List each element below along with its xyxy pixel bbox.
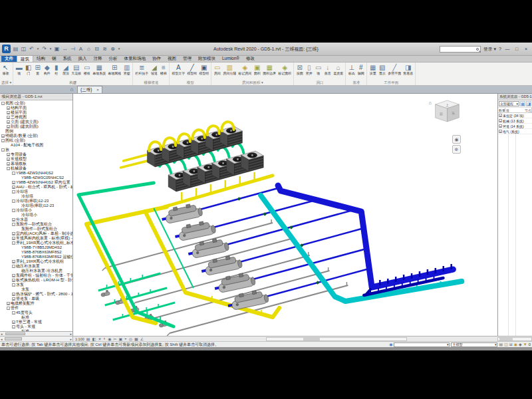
sun-path-icon[interactable]: ☀: [98, 336, 101, 341]
tree-expander-icon[interactable]: +: [499, 114, 502, 117]
ribbon-button[interactable]: ▣ 面积: [253, 63, 261, 76]
tree-item[interactable]: - 族: [0, 148, 72, 152]
tree-item[interactable]: - 机械设备: [0, 166, 72, 171]
ribbon-tab[interactable]: 钢: [49, 55, 60, 62]
tree-item[interactable]: Y98B-4ZW3C05NHCS2: [0, 176, 72, 180]
default-3d-view-icon[interactable]: ⌂: [86, 45, 92, 53]
shadows-icon[interactable]: ◐: [104, 336, 106, 341]
filter-icon[interactable]: ▼: [523, 342, 527, 347]
tree-item[interactable]: - 冷却塔小: [0, 208, 72, 213]
tree-expander-icon[interactable]: +: [12, 232, 15, 235]
scale-button[interactable]: 1:100: [75, 337, 84, 341]
measure-icon[interactable]: ↔: [62, 45, 68, 53]
tree-item[interactable]: - 管件: [0, 306, 72, 311]
tree-item[interactable]: + 室内机(ACK)风柜 - 单相 - 制冷进水接口带回显: [0, 231, 72, 236]
ribbon-button[interactable]: ▬ 墙: [15, 63, 23, 76]
ribbon-button[interactable]: ▦ 面积边界: [262, 63, 277, 76]
render-icon[interactable]: ◉: [108, 336, 111, 341]
signin-button[interactable]: 登录 ▾: [483, 46, 496, 53]
ribbon-button[interactable]: ◈ 标记面积: [277, 63, 292, 76]
column-header[interactable]: 数量: [498, 108, 505, 112]
undo-icon[interactable]: ↶: [29, 45, 35, 53]
tree-item[interactable]: A104 - 配电干线图: [0, 143, 72, 148]
tree-item[interactable]: + 幕墙嵌板: [0, 162, 72, 166]
ribbon-button[interactable]: ⌂ 老虎窗: [332, 63, 344, 76]
select-pinned-icon[interactable]: ◉: [514, 342, 517, 347]
open-icon[interactable]: ▤: [13, 45, 19, 53]
tree-item[interactable]: + 开利_19XR离心式冷水机组: [0, 259, 72, 264]
temporary-hide-icon[interactable]: ◒: [124, 336, 127, 341]
ribbon-tab[interactable]: 协作: [149, 55, 164, 62]
tree-item[interactable]: - 45度弯头: [0, 311, 72, 315]
detail-level-icon[interactable]: ▤: [86, 336, 90, 341]
tree-expander-icon[interactable]: -: [12, 190, 15, 194]
redo-icon[interactable]: ↷: [41, 45, 47, 53]
tree-item[interactable]: - 开利_19XR离心式冷水机组_标准配置: [0, 241, 72, 245]
system-browser-title[interactable]: 系统浏览器 - GD5-1.rvt: [499, 94, 532, 99]
tree-expander-icon[interactable]: +: [7, 153, 10, 156]
column-settings-icon[interactable]: ◨: [526, 101, 531, 106]
column-header[interactable]: 值: [505, 108, 524, 112]
tree-expander-icon[interactable]: +: [7, 162, 10, 166]
close-hidden-windows-icon[interactable]: ⊗: [110, 45, 116, 53]
tree-expander-icon[interactable]: +: [499, 124, 502, 128]
ribbon-button[interactable]: A 模型文字: [171, 63, 186, 76]
tree-expander-icon[interactable]: -: [1, 102, 5, 105]
ribbon-tab[interactable]: Lumion®: [219, 55, 243, 62]
redo-caret-icon[interactable]: ▾: [49, 45, 52, 53]
tree-expander-icon[interactable]: -: [12, 241, 15, 245]
ribbon-button[interactable]: ◢ 坡道: [150, 63, 158, 76]
tree-expander-icon[interactable]: +: [7, 111, 10, 114]
tree-expander-icon[interactable]: +: [499, 119, 502, 122]
scrollbar-thumb[interactable]: [5, 332, 25, 335]
view-settings-icon[interactable]: ▦: [520, 101, 525, 106]
constraints-icon[interactable]: ∠: [140, 336, 144, 341]
tree-item[interactable]: - 视图 (全部): [0, 101, 72, 106]
ribbon-button[interactable]: ⊞ 幕墙网格: [107, 63, 122, 76]
tree-item[interactable]: - 冷却塔(串联)12-23: [0, 199, 72, 203]
tree-item[interactable]: + 结构平面: [0, 106, 72, 110]
tree-item[interactable]: + 板式换热机组 - LROM-H 型 - 卧式 - 100-375-C: [0, 278, 72, 283]
revit-logo[interactable]: R: [2, 45, 11, 53]
project-browser-hscrollbar[interactable]: ◂ ▸: [0, 331, 72, 336]
ribbon-button[interactable]: ▥ 房间分隔: [222, 63, 237, 76]
ribbon-tab[interactable]: 附加模块: [195, 55, 219, 62]
temporary-view-properties-icon[interactable]: ▦: [134, 336, 138, 341]
ribbon-button[interactable]: # 轴网: [356, 63, 365, 76]
tree-expander-icon[interactable]: -: [7, 307, 10, 310]
tree-item[interactable]: + Y98B-4ZW3(NH4)S2 双向位置: [0, 180, 72, 185]
tree-expander-icon[interactable]: +: [12, 186, 15, 189]
ribbon-button[interactable]: ▤ 天花板: [70, 63, 82, 76]
tree-expander-icon[interactable]: -: [12, 209, 15, 212]
tree-expander-icon[interactable]: -: [1, 139, 5, 142]
print-icon[interactable]: ▣: [54, 45, 60, 53]
ribbon-button[interactable]: ▭ 房间: [213, 63, 221, 76]
editable-only-icon[interactable]: ▤: [499, 342, 503, 347]
tree-item[interactable]: - 水泵: [0, 283, 72, 287]
ribbon-button[interactable]: ≡ 楼梯: [159, 63, 168, 76]
tree-item[interactable]: - 稳压补水装置: [0, 264, 72, 269]
project-browser-title[interactable]: 项目浏览器 - GD5-1.rvt: [0, 94, 72, 100]
tree-expander-icon[interactable]: +: [499, 130, 502, 133]
tree-item[interactable]: + T形三通 - 常规: [0, 320, 72, 325]
ribbon-button[interactable]: ▭ 墙: [314, 63, 323, 76]
ribbon-button[interactable]: ◧ 门: [24, 63, 33, 76]
ribbon-button[interactable]: ◢ 屋顶: [61, 63, 70, 76]
tree-item[interactable]: + 三维视图: [0, 115, 72, 120]
tree-item[interactable]: + 泵阀件组 - 辐射组合 - 分体 - 干管下出: [0, 273, 72, 278]
tree-expander-icon[interactable]: +: [12, 321, 15, 324]
customize-qat-icon[interactable]: ▾: [118, 45, 120, 53]
drag-on-selection-icon[interactable]: ◆: [519, 342, 522, 347]
tree-expander-icon[interactable]: +: [7, 125, 10, 128]
tree-expander-icon[interactable]: +: [12, 274, 15, 277]
system-browser-row[interactable]: + 未指定 (34 项): [498, 113, 532, 118]
tree-expander-icon[interactable]: +: [12, 237, 15, 240]
tree-item[interactable]: - 泵附件—卧式泵组合: [0, 222, 72, 227]
tree-item[interactable]: 水泵: [0, 287, 72, 292]
restore-button[interactable]: □: [513, 47, 520, 51]
ribbon-tab[interactable]: 管理: [180, 55, 195, 62]
tree-expander-icon[interactable]: +: [12, 181, 15, 184]
ribbon-button[interactable]: ↖ 修改: [1, 63, 10, 76]
tree-expander-icon[interactable]: -: [12, 265, 15, 268]
ribbon-button[interactable]: ▧ 显示: [378, 63, 386, 76]
